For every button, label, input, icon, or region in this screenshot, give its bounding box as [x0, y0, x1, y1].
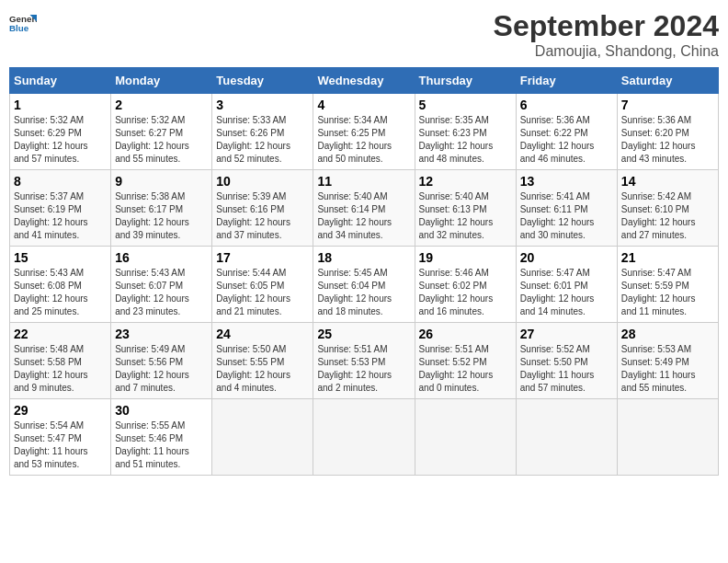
day-info: Sunrise: 5:55 AMSunset: 5:46 PMDaylight:… — [115, 420, 189, 469]
day-number: 27 — [520, 327, 613, 341]
day-info: Sunrise: 5:49 AMSunset: 5:56 PMDaylight:… — [115, 344, 189, 393]
calendar-week-4: 22Sunrise: 5:48 AMSunset: 5:58 PMDayligh… — [10, 323, 719, 399]
day-number: 30 — [115, 403, 208, 418]
day-number: 13 — [520, 174, 613, 189]
day-info: Sunrise: 5:54 AMSunset: 5:47 PMDaylight:… — [14, 420, 88, 469]
day-number: 2 — [115, 98, 208, 112]
day-cell-17: 17Sunrise: 5:44 AMSunset: 6:05 PMDayligh… — [212, 247, 313, 323]
day-cell-1: 1Sunrise: 5:32 AMSunset: 6:29 PMDaylight… — [10, 94, 111, 170]
day-number: 1 — [14, 98, 107, 112]
day-number: 7 — [621, 98, 714, 112]
day-number: 29 — [14, 403, 107, 418]
day-cell-14: 14Sunrise: 5:42 AMSunset: 6:10 PMDayligh… — [617, 170, 718, 247]
day-number: 22 — [14, 327, 107, 341]
day-number: 24 — [216, 327, 309, 341]
day-info: Sunrise: 5:40 AMSunset: 6:14 PMDaylight:… — [317, 191, 392, 240]
title-area: September 2024 Damoujia, Shandong, China — [494, 9, 719, 60]
day-info: Sunrise: 5:44 AMSunset: 6:05 PMDaylight:… — [216, 268, 290, 316]
day-number: 11 — [317, 174, 410, 189]
day-info: Sunrise: 5:41 AMSunset: 6:11 PMDaylight:… — [520, 191, 595, 240]
day-number: 6 — [520, 98, 613, 112]
header-row: SundayMondayTuesdayWednesdayThursdayFrid… — [10, 68, 719, 94]
day-number: 8 — [14, 174, 107, 189]
day-cell-22: 22Sunrise: 5:48 AMSunset: 5:58 PMDayligh… — [10, 323, 111, 399]
day-number: 21 — [621, 250, 714, 265]
col-header-saturday: Saturday — [617, 68, 718, 94]
day-cell-7: 7Sunrise: 5:36 AMSunset: 6:20 PMDaylight… — [617, 94, 718, 170]
col-header-friday: Friday — [516, 68, 617, 94]
day-info: Sunrise: 5:36 AMSunset: 6:20 PMDaylight:… — [621, 115, 696, 164]
col-header-tuesday: Tuesday — [212, 68, 313, 94]
day-cell-30: 30Sunrise: 5:55 AMSunset: 5:46 PMDayligh… — [111, 399, 212, 476]
header: General Blue September 2024 Damoujia, Sh… — [9, 9, 719, 60]
day-number: 19 — [419, 250, 512, 265]
day-info: Sunrise: 5:32 AMSunset: 6:29 PMDaylight:… — [14, 115, 88, 164]
day-info: Sunrise: 5:51 AMSunset: 5:53 PMDaylight:… — [317, 344, 392, 393]
empty-day-cell — [617, 399, 718, 476]
day-number: 16 — [115, 250, 208, 265]
month-title: September 2024 — [494, 9, 719, 43]
day-cell-23: 23Sunrise: 5:49 AMSunset: 5:56 PMDayligh… — [111, 323, 212, 399]
day-number: 23 — [115, 327, 208, 341]
day-info: Sunrise: 5:38 AMSunset: 6:17 PMDaylight:… — [115, 191, 189, 240]
day-cell-8: 8Sunrise: 5:37 AMSunset: 6:19 PMDaylight… — [10, 170, 111, 247]
logo: General Blue — [9, 9, 37, 37]
day-number: 4 — [317, 98, 410, 112]
day-number: 15 — [14, 250, 107, 265]
day-info: Sunrise: 5:53 AMSunset: 5:49 PMDaylight:… — [621, 344, 696, 393]
day-number: 25 — [317, 327, 410, 341]
day-number: 14 — [621, 174, 714, 189]
day-info: Sunrise: 5:47 AMSunset: 5:59 PMDaylight:… — [621, 268, 696, 316]
col-header-sunday: Sunday — [10, 68, 111, 94]
day-info: Sunrise: 5:52 AMSunset: 5:50 PMDaylight:… — [520, 344, 595, 393]
day-cell-10: 10Sunrise: 5:39 AMSunset: 6:16 PMDayligh… — [212, 170, 313, 247]
day-cell-28: 28Sunrise: 5:53 AMSunset: 5:49 PMDayligh… — [617, 323, 718, 399]
day-cell-11: 11Sunrise: 5:40 AMSunset: 6:14 PMDayligh… — [313, 170, 415, 247]
day-info: Sunrise: 5:45 AMSunset: 6:04 PMDaylight:… — [317, 268, 392, 316]
day-cell-26: 26Sunrise: 5:51 AMSunset: 5:52 PMDayligh… — [415, 323, 516, 399]
day-cell-25: 25Sunrise: 5:51 AMSunset: 5:53 PMDayligh… — [313, 323, 415, 399]
day-cell-19: 19Sunrise: 5:46 AMSunset: 6:02 PMDayligh… — [415, 247, 516, 323]
day-cell-18: 18Sunrise: 5:45 AMSunset: 6:04 PMDayligh… — [313, 247, 415, 323]
col-header-thursday: Thursday — [415, 68, 516, 94]
day-number: 9 — [115, 174, 208, 189]
day-info: Sunrise: 5:47 AMSunset: 6:01 PMDaylight:… — [520, 268, 595, 316]
day-number: 12 — [419, 174, 512, 189]
col-header-monday: Monday — [111, 68, 212, 94]
day-cell-24: 24Sunrise: 5:50 AMSunset: 5:55 PMDayligh… — [212, 323, 313, 399]
day-info: Sunrise: 5:40 AMSunset: 6:13 PMDaylight:… — [419, 191, 494, 240]
day-number: 5 — [419, 98, 512, 112]
day-number: 28 — [621, 327, 714, 341]
empty-day-cell — [313, 399, 415, 476]
empty-day-cell — [516, 399, 617, 476]
day-cell-29: 29Sunrise: 5:54 AMSunset: 5:47 PMDayligh… — [10, 399, 111, 476]
calendar-week-3: 15Sunrise: 5:43 AMSunset: 6:08 PMDayligh… — [10, 247, 719, 323]
day-number: 10 — [216, 174, 309, 189]
day-info: Sunrise: 5:43 AMSunset: 6:07 PMDaylight:… — [115, 268, 189, 316]
location-subtitle: Damoujia, Shandong, China — [494, 43, 719, 60]
calendar-table: SundayMondayTuesdayWednesdayThursdayFrid… — [9, 67, 719, 476]
col-header-wednesday: Wednesday — [313, 68, 415, 94]
day-cell-2: 2Sunrise: 5:32 AMSunset: 6:27 PMDaylight… — [111, 94, 212, 170]
day-cell-16: 16Sunrise: 5:43 AMSunset: 6:07 PMDayligh… — [111, 247, 212, 323]
day-number: 3 — [216, 98, 309, 112]
day-number: 18 — [317, 250, 410, 265]
day-info: Sunrise: 5:43 AMSunset: 6:08 PMDaylight:… — [14, 268, 88, 316]
day-cell-13: 13Sunrise: 5:41 AMSunset: 6:11 PMDayligh… — [516, 170, 617, 247]
svg-text:Blue: Blue — [9, 23, 29, 33]
day-info: Sunrise: 5:32 AMSunset: 6:27 PMDaylight:… — [115, 115, 189, 164]
day-info: Sunrise: 5:35 AMSunset: 6:23 PMDaylight:… — [419, 115, 494, 164]
calendar-week-2: 8Sunrise: 5:37 AMSunset: 6:19 PMDaylight… — [10, 170, 719, 247]
day-info: Sunrise: 5:34 AMSunset: 6:25 PMDaylight:… — [317, 115, 392, 164]
day-number: 20 — [520, 250, 613, 265]
day-cell-9: 9Sunrise: 5:38 AMSunset: 6:17 PMDaylight… — [111, 170, 212, 247]
day-cell-4: 4Sunrise: 5:34 AMSunset: 6:25 PMDaylight… — [313, 94, 415, 170]
day-number: 26 — [419, 327, 512, 341]
day-cell-15: 15Sunrise: 5:43 AMSunset: 6:08 PMDayligh… — [10, 247, 111, 323]
day-info: Sunrise: 5:39 AMSunset: 6:16 PMDaylight:… — [216, 191, 290, 240]
day-info: Sunrise: 5:50 AMSunset: 5:55 PMDaylight:… — [216, 344, 290, 393]
day-cell-6: 6Sunrise: 5:36 AMSunset: 6:22 PMDaylight… — [516, 94, 617, 170]
day-cell-3: 3Sunrise: 5:33 AMSunset: 6:26 PMDaylight… — [212, 94, 313, 170]
calendar-week-5: 29Sunrise: 5:54 AMSunset: 5:47 PMDayligh… — [10, 399, 719, 476]
empty-day-cell — [415, 399, 516, 476]
